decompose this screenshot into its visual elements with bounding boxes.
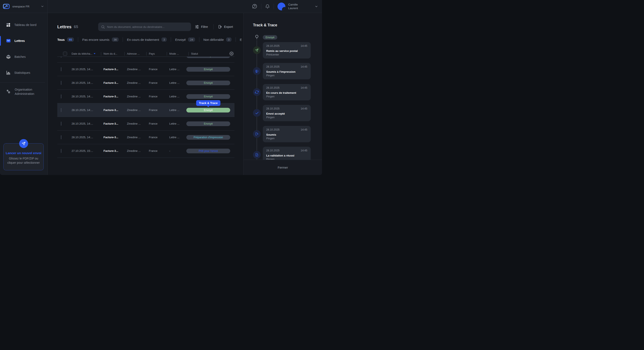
event-source: Pingen [266,95,307,98]
brand-name: onespace FR [12,5,30,8]
timeline-event-icon [253,67,261,75]
table-row[interactable]: 28.10.2025, 14:... Facture-3... Zinedine… [57,76,234,90]
cell-mode: Lettre ... [167,81,186,84]
event-date: 28.10.2025 [266,149,280,152]
cell-mode: Lettre ... [167,95,186,98]
event-time: 14:45 [301,107,307,110]
event-source: Printcenter [266,53,307,56]
grid-icon [6,22,11,27]
status-badge[interactable]: Envoyé [186,81,230,85]
status-badge[interactable]: Envoyé [186,67,230,72]
sidebar-item[interactable]: Batches [0,49,48,65]
status-badge[interactable]: Préparation d'impression [186,135,230,140]
column-label: Adresse ... [127,52,140,55]
select-all-checkbox[interactable] [63,52,67,56]
column-settings-gear-icon[interactable] [229,51,234,56]
status-badge[interactable]: Envoyé [186,94,230,99]
row-checkbox[interactable] [61,122,61,126]
timeline-event-icon [253,151,261,159]
status-badge[interactable]: Prêt pour l'envoi [186,149,230,153]
brand-chevron-down-icon[interactable] [41,5,44,8]
table-row[interactable]: 27.10.2025, 15:... Facture-3... Zinedine… [57,144,234,158]
row-checkbox[interactable] [61,81,61,85]
table-row[interactable]: Envoyé [57,57,234,62]
main-content: Lettres 65 [48,13,244,175]
sidebar-item[interactable]: Tableau de bord [0,17,48,33]
timeline-event-card[interactable]: 28.10.2025 14:45 Soumis à l'impression P… [263,63,311,79]
column-header-status[interactable]: Statut [186,52,234,55]
cell-date: 28.10.2025, 14:... [70,136,101,139]
table-row[interactable]: 28.10.2025, 14:... Facture-3... Zinedine… [57,131,234,144]
timeline-event-card[interactable]: 28.10.2025 14:45 Envoi accepté Pingen [263,105,311,121]
timeline-start-pin-icon [255,35,259,40]
column-label: Nom du d... [104,52,117,55]
app-window: onespace FR [0,0,322,175]
tab-count-badge: 65 [67,37,74,42]
avatar[interactable] [278,2,285,10]
sidebar-item-organisation[interactable]: Organisation Administration [0,82,48,101]
timeline-event-card[interactable]: 28.10.2025 14:45 Soumis Pingen [263,126,311,142]
sidebar-item-label: Batches [14,55,26,58]
notifications-bell-icon[interactable] [265,4,270,9]
row-checkbox[interactable] [61,67,61,71]
sidebar-item[interactable]: Lettres [0,33,48,49]
file-check-icon [255,153,259,157]
status-tab[interactable]: E [232,37,244,42]
search-input[interactable] [107,25,188,28]
cell-document-name: Facture-3... [101,108,125,112]
status-badge[interactable]: Envoyé [186,108,230,113]
column-header-mode[interactable]: Mode ... [167,52,186,55]
export-button[interactable]: Export [218,22,233,31]
row-checkbox[interactable] [61,108,61,112]
sort-desc-icon [94,53,96,54]
cell-date: 28.10.2025, 14:... [70,95,101,98]
status-tab[interactable]: Non délivrable 3 [195,37,232,42]
tab-label: Tous [57,38,65,41]
filter-button[interactable]: Filtre [195,22,208,31]
status-badge[interactable]: Envoyé [186,121,230,126]
status-tab[interactable]: Pas encore soumis 36 [74,37,118,42]
column-label: Date du télécha... [72,52,92,55]
cell-document-name: Facture-3... [101,68,125,71]
tab-count-badge: 3 [226,37,232,42]
row-checkbox[interactable] [61,135,61,139]
help-icon[interactable] [252,3,258,9]
status-badge[interactable]: Envoyé [186,57,230,58]
sidebar-item-label: Lettres [14,39,25,42]
brand-area[interactable]: onespace FR [0,0,48,13]
close-panel-button[interactable]: Fermer [278,166,288,169]
search-box[interactable] [98,22,191,31]
row-checkbox[interactable] [61,149,61,153]
timeline-event-card[interactable]: 28.10.2025 14:45 Remis au service postal… [263,42,311,58]
cell-address: Zinedine ... [125,122,147,125]
status-tab[interactable]: Tous 65 [57,37,74,42]
paper-plane-icon [19,139,28,148]
status-tab[interactable]: Envoyé 24 [167,37,195,42]
cell-mode: Lettre ... [167,68,186,71]
event-time: 14:45 [301,86,307,89]
row-checkbox[interactable] [61,57,61,58]
user-menu-chevron-down-icon[interactable] [314,5,318,8]
table-row[interactable]: 28.10.2025, 14:... Facture-3... Zinedine… [57,117,234,131]
column-header-date[interactable]: Date du télécha... [70,52,101,55]
cell-document-name: Facture-3... [101,149,125,153]
cell-document-name: Facture-3... [101,122,125,125]
column-header-address[interactable]: Adresse ... [125,52,147,55]
cell-country: France [147,68,167,71]
table-row[interactable]: 28.10.2025, 14:... Facture-3... Zinedine… [57,62,234,76]
table-header: Date du télécha... Nom du d... Adresse .… [57,51,234,57]
cell-mode: Lettre ... [167,122,186,125]
upload-dropzone[interactable]: Lancer un nouvel envoi Glissez le PDF/ZI… [4,143,44,170]
user-first-name: Camille [288,3,298,6]
column-header-country[interactable]: Pays [147,52,167,55]
user-name: Camille Laurent [288,3,298,10]
track-trace-tooltip: Track & Trace [196,100,220,106]
timeline-event-card[interactable]: 28.10.2025 14:45 En cours de traitement … [263,84,311,100]
track-trace-panel: Track & Trace Envoyé [244,13,322,175]
column-header-name[interactable]: Nom du d... [101,52,125,55]
tab-label: En cours de traitement [127,38,159,41]
filter-label: Filtre [201,25,208,28]
status-tab[interactable]: En cours de traitement 3 [118,37,167,42]
sidebar-item[interactable]: Statistiques [0,65,48,81]
row-checkbox[interactable] [61,94,61,98]
